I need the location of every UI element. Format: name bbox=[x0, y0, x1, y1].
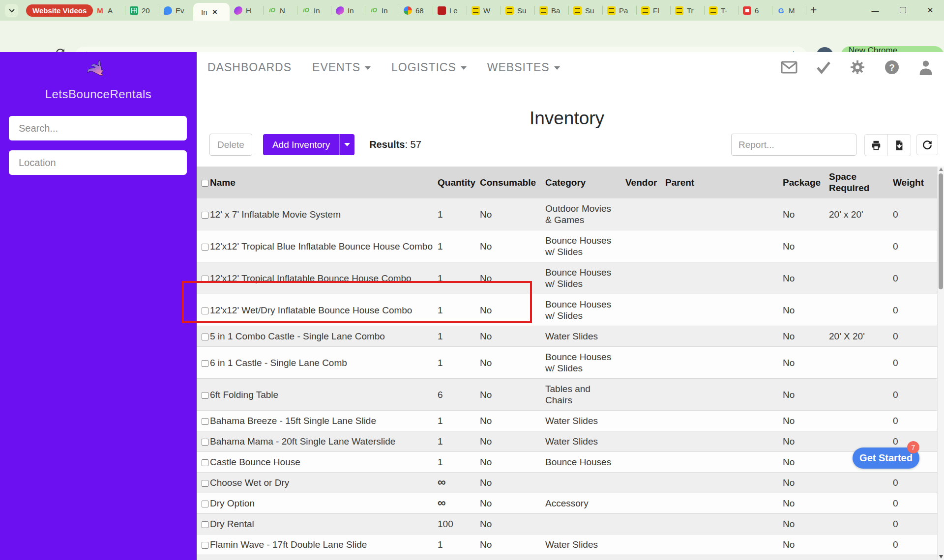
browser-tab[interactable]: W bbox=[467, 2, 501, 18]
table-row[interactable]: Dry Rental100NoNo0 bbox=[197, 514, 937, 534]
search-input[interactable] bbox=[9, 116, 187, 140]
user-icon[interactable] bbox=[918, 59, 933, 75]
browser-tab[interactable]: H bbox=[230, 2, 264, 18]
add-inventory-dropdown-button[interactable] bbox=[339, 134, 354, 155]
item-name[interactable]: Castle Bounce House bbox=[210, 457, 300, 467]
column-header-category[interactable]: Category bbox=[542, 167, 622, 198]
row-checkbox[interactable] bbox=[202, 276, 208, 282]
nav-events[interactable]: EVENTS bbox=[312, 61, 371, 74]
browser-tab[interactable]: In bbox=[331, 2, 365, 18]
item-name[interactable]: 12' x 7' Inflatable Movie System bbox=[210, 209, 341, 220]
maximize-button[interactable] bbox=[889, 6, 916, 15]
table-row[interactable]: Castle Bounce House1NoBounce HousesNo0 bbox=[197, 452, 937, 473]
scrollbar-down-arrow[interactable] bbox=[939, 555, 943, 559]
row-checkbox[interactable] bbox=[202, 392, 208, 399]
item-name[interactable]: Bahama Mama - 20ft Single Lane Waterslid… bbox=[210, 436, 395, 447]
row-checkbox[interactable] bbox=[202, 418, 208, 425]
table-row[interactable]: Folding Chair60NoTables and ChairsNo0 bbox=[197, 555, 937, 560]
browser-tab[interactable]: Pa bbox=[603, 2, 637, 18]
browser-tab[interactable]: GM bbox=[772, 2, 806, 18]
row-checkbox[interactable] bbox=[202, 521, 208, 528]
item-name[interactable]: 6ft Folding Table bbox=[210, 390, 278, 400]
table-row[interactable]: 5 in 1 Combo Castle - Single Lane Combo1… bbox=[197, 326, 937, 347]
row-checkbox[interactable] bbox=[202, 334, 208, 340]
nav-dashboards[interactable]: DASHBOARDS bbox=[207, 61, 292, 74]
nav-websites[interactable]: WEBSITES bbox=[487, 61, 560, 74]
tab-close-icon[interactable]: ✕ bbox=[212, 8, 218, 16]
table-row[interactable]: Bahama Breeze - 15ft Single Lane Slide1N… bbox=[197, 411, 937, 431]
report-input[interactable] bbox=[731, 134, 856, 156]
browser-tab[interactable]: iOIn bbox=[365, 2, 399, 18]
row-checkbox[interactable] bbox=[202, 459, 208, 466]
browser-tab[interactable]: Fl bbox=[637, 2, 671, 18]
tab-group-label[interactable]: Website Videos bbox=[26, 4, 93, 17]
table-row[interactable]: Flamin Wave - 17ft Double Lane Slide1NoW… bbox=[197, 534, 937, 555]
help-icon[interactable]: ? bbox=[884, 59, 900, 75]
column-header-weight[interactable]: Weight bbox=[890, 167, 937, 198]
column-header-vendor[interactable]: Vendor bbox=[622, 167, 662, 198]
minimize-button[interactable]: — bbox=[861, 6, 889, 15]
table-row[interactable]: Dry Option∞NoAccessoryNo0 bbox=[197, 493, 937, 514]
browser-tab[interactable]: Su bbox=[569, 2, 603, 18]
browser-tab[interactable]: Ev bbox=[159, 2, 193, 18]
add-inventory-button[interactable]: Add Inventory bbox=[263, 134, 339, 155]
new-tab-button[interactable]: + bbox=[810, 4, 817, 16]
item-name[interactable]: 12'x12' Wet/Dry Inflatable Bounce House … bbox=[210, 305, 412, 315]
table-row[interactable]: 12' x 7' Inflatable Movie System1NoOutdo… bbox=[197, 198, 937, 230]
row-checkbox[interactable] bbox=[202, 212, 208, 219]
browser-tab[interactable]: MA bbox=[91, 2, 125, 18]
browser-tab[interactable]: iON bbox=[264, 2, 297, 18]
table-row[interactable]: 6 in 1 Castle - Single Lane Comb1NoBounc… bbox=[197, 347, 937, 379]
row-checkbox[interactable] bbox=[202, 244, 208, 251]
table-row[interactable]: Choose Wet or Dry∞NoNo0 bbox=[197, 473, 937, 493]
column-header-consumable[interactable]: Consumable bbox=[477, 167, 542, 198]
item-name[interactable]: Flamin Wave - 17ft Double Lane Slide bbox=[210, 539, 367, 550]
browser-tab[interactable]: 68 bbox=[399, 2, 433, 18]
gear-icon[interactable] bbox=[850, 59, 865, 75]
row-checkbox[interactable] bbox=[202, 501, 208, 507]
column-header-package[interactable]: Package bbox=[780, 167, 826, 198]
column-header-quantity[interactable]: Quantity bbox=[435, 167, 477, 198]
table-row[interactable]: 12'x12' Tropical Inflatable Bounce House… bbox=[197, 262, 937, 294]
row-checkbox[interactable] bbox=[202, 480, 208, 487]
print-button[interactable] bbox=[865, 135, 887, 156]
select-all-checkbox[interactable] bbox=[202, 180, 208, 187]
item-name[interactable]: Choose Wet or Dry bbox=[210, 477, 289, 488]
column-header-name[interactable]: Name bbox=[210, 177, 236, 188]
table-row[interactable]: 12'x12' Wet/Dry Inflatable Bounce House … bbox=[197, 294, 937, 326]
item-name[interactable]: Bahama Breeze - 15ft Single Lane Slide bbox=[210, 416, 376, 426]
browser-tab[interactable]: Le bbox=[433, 2, 467, 18]
item-name[interactable]: Dry Option bbox=[210, 498, 255, 508]
active-browser-tab[interactable]: In✕ bbox=[193, 3, 230, 21]
export-file-button[interactable] bbox=[887, 135, 911, 156]
tab-search-button[interactable] bbox=[5, 4, 18, 17]
browser-tab[interactable]: Tr bbox=[671, 2, 705, 18]
nav-logistics[interactable]: LOGISTICS bbox=[391, 61, 467, 74]
item-name[interactable]: 6 in 1 Castle - Single Lane Comb bbox=[210, 358, 347, 368]
table-row[interactable]: 6ft Folding Table6NoTables and ChairsNo0 bbox=[197, 379, 937, 411]
browser-tab[interactable]: T- bbox=[705, 2, 738, 18]
browser-tab[interactable]: 20 bbox=[125, 2, 159, 18]
item-name[interactable]: 5 in 1 Combo Castle - Single Lane Combo bbox=[210, 331, 385, 341]
mail-icon[interactable] bbox=[781, 61, 797, 74]
table-row[interactable]: Bahama Mama - 20ft Single Lane Waterslid… bbox=[197, 431, 937, 452]
item-name[interactable]: 12'x12' Tropical Inflatable Bounce House… bbox=[210, 273, 412, 283]
scrollbar-up-arrow[interactable] bbox=[939, 168, 943, 171]
browser-tab[interactable]: Su bbox=[501, 2, 535, 18]
row-checkbox[interactable] bbox=[202, 542, 208, 549]
column-header-parent[interactable]: Parent bbox=[662, 167, 780, 198]
location-input[interactable] bbox=[9, 150, 187, 175]
column-header-space-required[interactable]: Space Required bbox=[826, 167, 890, 198]
table-row[interactable]: 12'x12' Tropical Blue Inflatable Bounce … bbox=[197, 230, 937, 262]
check-icon[interactable] bbox=[816, 61, 831, 74]
delete-button[interactable]: Delete bbox=[209, 134, 252, 156]
row-checkbox[interactable] bbox=[202, 439, 208, 446]
browser-tab[interactable]: Ba bbox=[535, 2, 569, 18]
page-scrollbar[interactable] bbox=[937, 167, 944, 560]
row-checkbox[interactable] bbox=[202, 308, 208, 314]
browser-tab[interactable]: 6 bbox=[738, 2, 772, 18]
scrollbar-thumb[interactable] bbox=[939, 173, 943, 289]
refresh-button[interactable] bbox=[916, 134, 938, 155]
item-name[interactable]: Dry Rental bbox=[210, 519, 254, 529]
close-window-button[interactable]: ✕ bbox=[916, 6, 944, 15]
